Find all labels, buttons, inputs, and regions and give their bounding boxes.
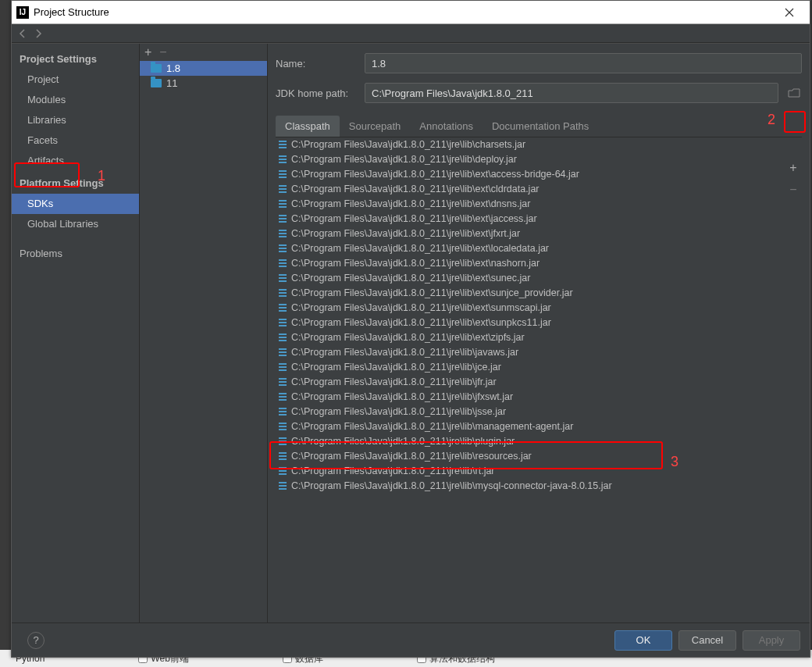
classpath-entry[interactable]: C:\Program Files\Java\jdk1.8.0_211\jre\l… (276, 330, 802, 345)
annotation-label-1: 1 (98, 168, 105, 184)
forward-button[interactable] (34, 29, 43, 38)
classpath-path: C:\Program Files\Java\jdk1.8.0_211\jre\l… (291, 138, 525, 152)
classpath-entry[interactable]: C:\Program Files\Java\jdk1.8.0_211\jre\l… (276, 152, 802, 167)
remove-sdk-button[interactable]: − (159, 45, 166, 59)
classpath-entry[interactable]: C:\Program Files\Java\jdk1.8.0_211\jre\l… (276, 345, 802, 360)
library-icon (279, 155, 287, 165)
remove-classpath-button[interactable]: − (789, 183, 796, 197)
library-icon (279, 393, 287, 402)
tabs: Classpath Sourcepath Annotations Documen… (276, 116, 802, 137)
library-icon (279, 274, 287, 284)
library-icon (279, 452, 287, 462)
library-icon (279, 348, 287, 358)
library-icon (279, 423, 287, 432)
sidebar-item-project[interactable]: Project (12, 70, 139, 90)
library-icon (279, 437, 287, 447)
library-icon (279, 185, 287, 194)
name-input[interactable]: 1.8 (365, 53, 802, 73)
add-sdk-button[interactable]: + (144, 45, 151, 59)
classpath-path: C:\Program Files\Java\jdk1.8.0_211\jre\l… (291, 227, 520, 241)
sdk-entry-11[interactable]: 11 (140, 76, 267, 91)
sdk-entry-1-8[interactable]: 1.8 (140, 61, 267, 76)
classpath-entry[interactable]: C:\Program Files\Java\jdk1.8.0_211\jre\l… (276, 197, 802, 212)
classpath-path: C:\Program Files\Java\jdk1.8.0_211\jre\l… (291, 376, 497, 389)
classpath-entry[interactable]: C:\Program Files\Java\jdk1.8.0_211\jre\l… (276, 449, 802, 464)
window-title: Project Structure (34, 6, 772, 18)
back-button[interactable] (18, 29, 27, 38)
classpath-path: C:\Program Files\Java\jdk1.8.0_211\jre\l… (291, 257, 540, 270)
classpath-path: C:\Program Files\Java\jdk1.8.0_211\jre\l… (291, 183, 540, 196)
classpath-entry[interactable]: C:\Program Files\Java\jdk1.8.0_211\jre\l… (276, 360, 802, 375)
library-icon (279, 378, 287, 387)
tab-annotations[interactable]: Annotations (410, 116, 483, 137)
classpath-path: C:\Program Files\Java\jdk1.8.0_211\jre\l… (291, 316, 551, 330)
content-panel: Name: 1.8 JDK home path: C:\Program File… (268, 44, 810, 622)
classpath-path: C:\Program Files\Java\jdk1.8.0_211\jre\l… (291, 465, 495, 478)
home-path-input[interactable]: C:\Program Files\Java\jdk1.8.0_211 (365, 83, 778, 103)
apply-button[interactable]: Apply (743, 630, 800, 651)
classpath-entry[interactable]: C:\Program Files\Java\jdk1.8.0_211\jre\l… (276, 271, 802, 286)
classpath-path: C:\Program Files\Java\jdk1.8.0_211\jre\l… (291, 391, 513, 404)
library-icon (279, 244, 287, 254)
library-icon (279, 200, 287, 209)
sidebar-item-problems[interactable]: Problems (12, 244, 139, 264)
classpath-path: C:\Program Files\Java\jdk1.8.0_211\jre\l… (291, 272, 530, 285)
annotation-label-2: 2 (767, 112, 775, 128)
classpath-entry[interactable]: C:\Program Files\Java\jdk1.8.0_211\jre\l… (276, 464, 802, 479)
app-icon: IJ (16, 6, 29, 19)
classpath-entry[interactable]: C:\Program Files\Java\jdk1.8.0_211\jre\l… (276, 419, 802, 434)
add-classpath-button[interactable]: + (789, 161, 796, 175)
sidebar: Project Settings Project Modules Librari… (12, 44, 140, 622)
titlebar[interactable]: IJ Project Structure (12, 1, 810, 24)
sidebar-item-global-libraries[interactable]: Global Libraries (12, 214, 139, 234)
classpath-entry[interactable]: C:\Program Files\Java\jdk1.8.0_211\jre\l… (276, 375, 802, 390)
classpath-entry[interactable]: C:\Program Files\Java\jdk1.8.0_211\jre\l… (276, 256, 802, 271)
classpath-entry[interactable]: C:\Program Files\Java\jdk1.8.0_211\jre\l… (276, 182, 802, 197)
library-icon (279, 304, 287, 313)
help-button[interactable]: ? (27, 632, 45, 649)
classpath-entry[interactable]: C:\Program Files\Java\jdk1.8.0_211\jre\l… (276, 212, 802, 226)
sdk-list-panel: + − 1.8 11 (140, 44, 268, 622)
library-icon (279, 334, 287, 343)
tab-sourcepath[interactable]: Sourcepath (340, 116, 411, 137)
heading-project-settings: Project Settings (12, 47, 139, 70)
classpath-entry[interactable]: C:\Program Files\Java\jdk1.8.0_211\jre\l… (276, 286, 802, 301)
sidebar-item-modules[interactable]: Modules (12, 90, 139, 110)
classpath-entry[interactable]: C:\Program Files\Java\jdk1.8.0_211\jre\l… (276, 316, 802, 330)
navbar (12, 24, 810, 43)
classpath-entry[interactable]: C:\Program Files\Java\jdk1.8.0_211\jre\l… (276, 405, 802, 419)
ok-button[interactable]: OK (614, 630, 672, 651)
browse-home-button[interactable] (786, 85, 802, 101)
classpath-path: C:\Program Files\Java\jdk1.8.0_211\jre\l… (291, 331, 525, 344)
classpath-entry[interactable]: C:\Program Files\Java\jdk1.8.0_211\jre\l… (276, 226, 802, 241)
tab-documentation-paths[interactable]: Documentation Paths (483, 116, 598, 137)
classpath-entry[interactable]: C:\Program Files\Java\jdk1.8.0_211\jre\l… (276, 167, 802, 182)
classpath-entry[interactable]: C:\Program Files\Java\jdk1.8.0_211\jre\l… (276, 241, 802, 256)
sidebar-item-sdks[interactable]: SDKs (12, 194, 139, 214)
library-icon (279, 363, 287, 373)
home-label: JDK home path: (276, 87, 360, 99)
library-icon (279, 482, 287, 491)
library-icon (279, 408, 287, 417)
classpath-entry[interactable]: C:\Program Files\Java\jdk1.8.0_211\jre\l… (276, 301, 802, 316)
tab-classpath[interactable]: Classpath (276, 116, 340, 137)
close-button[interactable] (772, 2, 807, 23)
cancel-button[interactable]: Cancel (678, 630, 736, 651)
classpath-entry[interactable]: C:\Program Files\Java\jdk1.8.0_211\jre\l… (276, 479, 802, 494)
classpath-path: C:\Program Files\Java\jdk1.8.0_211\jre\l… (291, 405, 506, 419)
heading-platform-settings: Platform Settings (12, 171, 139, 194)
classpath-entry[interactable]: C:\Program Files\Java\jdk1.8.0_211\jre\l… (276, 390, 802, 405)
classpath-entry[interactable]: C:\Program Files\Java\jdk1.8.0_211\jre\l… (276, 137, 802, 152)
sidebar-item-artifacts[interactable]: Artifacts (12, 151, 139, 171)
sidebar-item-facets[interactable]: Facets (12, 130, 139, 151)
library-icon (279, 319, 287, 328)
classpath-path: C:\Program Files\Java\jdk1.8.0_211\jre\l… (291, 287, 573, 300)
folder-icon (151, 64, 162, 73)
library-icon (279, 170, 287, 180)
classpath-path: C:\Program Files\Java\jdk1.8.0_211\jre\l… (291, 168, 579, 181)
library-icon (279, 289, 287, 298)
classpath-entry[interactable]: C:\Program Files\Java\jdk1.8.0_211\jre\l… (276, 434, 802, 449)
classpath-list[interactable]: + − C:\Program Files\Java\jdk1.8.0_211\j… (276, 137, 802, 618)
sidebar-item-libraries[interactable]: Libraries (12, 110, 139, 130)
classpath-path: C:\Program Files\Java\jdk1.8.0_211\jre\l… (291, 198, 530, 211)
